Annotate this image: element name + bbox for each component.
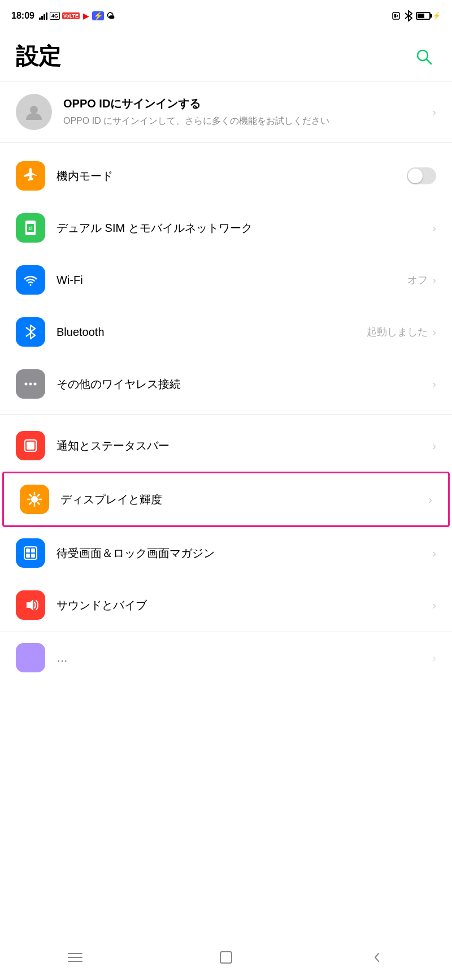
partial-item-label: … [56, 651, 68, 664]
display-icon-box [20, 485, 49, 514]
wifi-icon-box [16, 265, 45, 295]
wallpaper-icon [22, 545, 39, 562]
svg-rect-28 [26, 554, 30, 558]
svg-rect-34 [220, 952, 232, 963]
svg-point-4 [30, 106, 38, 114]
page-header: 設定 [0, 29, 452, 81]
wallpaper-icon-box [16, 538, 45, 568]
wifi-status: オフ [407, 273, 428, 287]
airplane-mode-toggle[interactable] [407, 167, 436, 184]
notification-label: 通知とステータスバー [56, 439, 169, 452]
wallpaper-right: › [432, 547, 436, 560]
weather-icon: 🌤 [106, 11, 114, 20]
svg-point-16 [31, 496, 38, 503]
sound-icon-box [16, 590, 45, 620]
youtube-icon: ▶ [82, 12, 90, 20]
dual-sim-item[interactable]: 1l デュアル SIM とモバイルネットワーク › [0, 202, 452, 254]
svg-rect-15 [27, 442, 34, 450]
svg-rect-27 [31, 549, 35, 552]
svg-rect-29 [31, 554, 35, 558]
account-text: OPPO IDにサインインする OPPO ID にサインインして、さらに多くの機… [63, 96, 421, 127]
svg-point-12 [29, 383, 32, 386]
wifi-label: Wi-Fi [56, 274, 83, 286]
other-wireless-content: その他のワイヤレス接続 [56, 377, 421, 392]
nav-menu-button[interactable] [58, 945, 92, 970]
battery-indicator: ⚡ [416, 12, 441, 20]
notification-icon [22, 437, 39, 454]
airplane-mode-item[interactable]: 機内モード [0, 150, 452, 202]
charging-icon: ⚡ [432, 12, 441, 20]
svg-point-8 [30, 284, 32, 286]
partial-item[interactable]: … › [0, 631, 452, 684]
airplane-mode-label: 機内モード [56, 170, 113, 182]
wallpaper-item[interactable]: 待受画面＆ロック画面マガジン › [0, 527, 452, 579]
nfc-icon [391, 11, 401, 21]
display-item[interactable]: ディスプレイと輝度 › [4, 473, 448, 525]
volte-badge: VoLTE [62, 12, 80, 19]
svg-rect-26 [26, 549, 30, 552]
sim-icon: 1l [22, 219, 39, 236]
notification-icon-box [16, 431, 45, 460]
other-wireless-label: その他のワイヤレス接続 [56, 378, 181, 390]
svg-point-11 [25, 383, 28, 386]
nav-back-button[interactable] [360, 945, 394, 970]
wallpaper-label: 待受画面＆ロック画面マガジン [56, 547, 215, 559]
wifi-right: オフ › [407, 273, 436, 287]
bluetooth-item[interactable]: Bluetooth 起動しました › [0, 306, 452, 358]
partial-item-icon [16, 643, 45, 672]
airplane-mode-icon [16, 161, 45, 191]
bluetooth-status-icon [405, 10, 412, 21]
svg-line-21 [30, 495, 32, 497]
svg-line-22 [38, 503, 40, 504]
display-chevron: › [428, 493, 432, 506]
search-icon [415, 48, 433, 66]
account-avatar [16, 94, 52, 130]
notification-right: › [432, 439, 436, 452]
home-icon [219, 951, 233, 964]
dual-sim-content: デュアル SIM とモバイルネットワーク [56, 221, 421, 236]
dual-sim-label: デュアル SIM とモバイルネットワーク [56, 222, 253, 234]
spacer2 [0, 410, 452, 415]
bluetooth-status: 起動しました [367, 325, 428, 339]
other-wireless-icon-box [16, 369, 45, 399]
display-content: ディスプレイと輝度 [60, 492, 417, 507]
bluetooth-icon-box [16, 317, 45, 347]
status-time: 18:09 [11, 11, 34, 21]
page-title: 設定 [16, 41, 61, 72]
wifi-item[interactable]: Wi-Fi オフ › [0, 254, 452, 306]
dual-sim-icon: 1l [16, 213, 45, 243]
display-highlighted-container: ディスプレイと輝度 › [2, 472, 450, 527]
nav-home-button[interactable] [209, 945, 243, 970]
sound-icon [22, 597, 39, 614]
display-icon [26, 491, 43, 508]
sound-chevron: › [432, 599, 436, 612]
other-wireless-right: › [432, 378, 436, 391]
usb-icon: ⚡ [92, 11, 104, 20]
search-button[interactable] [411, 44, 436, 69]
partial-item-content: … [56, 651, 421, 664]
account-title: OPPO IDにサインインする [63, 96, 421, 111]
svg-line-24 [38, 495, 40, 497]
wifi-chevron: › [432, 274, 436, 287]
sound-item[interactable]: サウンドとバイブ › [0, 579, 452, 631]
bluetooth-label: Bluetooth [56, 326, 105, 338]
airplane-mode-content: 機内モード [56, 169, 395, 184]
airplane-icon [22, 167, 39, 184]
svg-point-13 [34, 383, 37, 386]
notification-item[interactable]: 通知とステータスバー › [0, 420, 452, 472]
svg-line-23 [30, 503, 32, 504]
dual-sim-chevron: › [432, 222, 436, 235]
account-chevron-icon: › [432, 106, 436, 119]
nav-bar [0, 939, 452, 980]
wallpaper-content: 待受画面＆ロック画面マガジン [56, 546, 421, 561]
status-right: ⚡ [391, 10, 441, 21]
status-bar: 18:09 4G VoLTE ▶ ⚡ 🌤 [0, 0, 452, 29]
other-wireless-item[interactable]: その他のワイヤレス接続 › [0, 358, 452, 410]
account-item[interactable]: OPPO IDにサインインする OPPO ID にサインインして、さらに多くの機… [0, 81, 452, 143]
status-left: 18:09 4G VoLTE ▶ ⚡ 🌤 [11, 11, 114, 21]
bluetooth-icon [22, 323, 39, 340]
notification-content: 通知とステータスバー [56, 438, 421, 454]
wifi-icon [22, 271, 39, 288]
toggle-knob [408, 169, 423, 183]
spacer1 [0, 143, 452, 150]
